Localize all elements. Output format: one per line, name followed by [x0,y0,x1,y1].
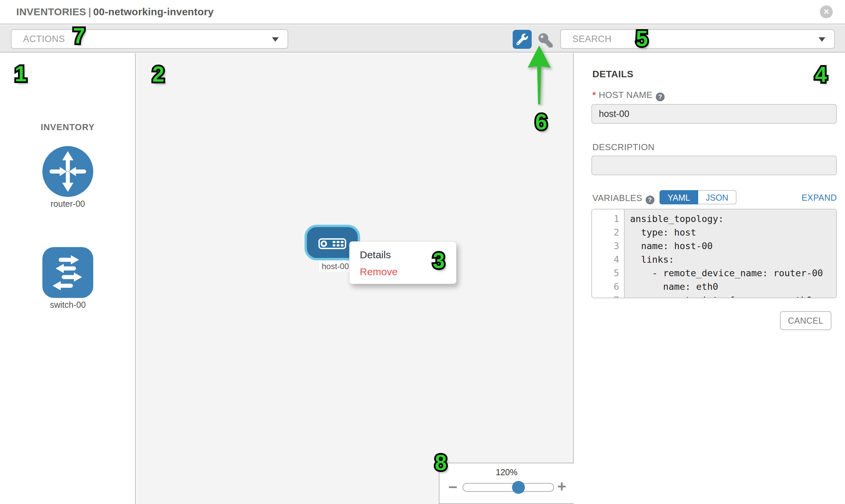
variables-label: VARIABLES? [592,193,654,204]
sidebar-title: INVENTORY [41,122,94,132]
annotation-number-6: 6 [535,109,547,134]
breadcrumb-section: INVENTORIES [16,6,86,17]
zoom-control-panel: 120% − + [439,463,574,504]
variables-format-toggle: YAML JSON [659,190,737,204]
zoom-slider-thumb[interactable] [512,481,525,494]
annotation-number-8: 8 [435,450,447,475]
editor-line-numbers: 1 2 3 4 5 6 7 [592,210,624,298]
cancel-button[interactable]: CANCEL [780,311,831,330]
actions-dropdown[interactable]: ACTIONS [11,29,288,49]
tab-json[interactable]: JSON [698,190,737,204]
description-field[interactable] [592,156,837,175]
variables-code-editor[interactable]: 1 2 3 4 5 6 7 ansible_topology: type: ho… [592,209,837,298]
host-name-label: *HOST NAME? [592,90,665,101]
page-title: INVENTORIES|00-networking-inventory [16,6,214,18]
host-icon [318,238,346,249]
details-panel-title: DETAILS [592,69,633,80]
annotation-number-4: 4 [815,62,827,87]
palette-item-router-label: router-00 [25,199,110,209]
breadcrumb-separator: | [86,6,93,17]
annotation-number-2: 2 [152,62,164,87]
topology-canvas[interactable]: host-00 Details Remove 120% − + [136,53,574,504]
search-dropdown[interactable]: SEARCH [560,29,835,49]
chevron-down-icon [272,37,279,42]
chevron-down-icon [818,37,825,42]
help-icon[interactable]: ? [646,196,654,204]
editor-code-lines[interactable]: ansible_topology: type: host name: host-… [624,210,836,298]
search-input[interactable]: SEARCH [573,30,612,48]
tab-yaml[interactable]: YAML [659,190,698,204]
toolbar: ACTIONS SEARCH [0,25,845,53]
actions-dropdown-label: ACTIONS [23,30,65,48]
switch-icon [42,247,93,298]
annotation-number-7: 7 [73,23,85,49]
help-icon[interactable]: ? [656,92,665,101]
annotation-number-1: 1 [15,61,27,86]
details-panel: DETAILS *HOST NAME? host-00 DESCRIPTION … [574,53,845,504]
host-name-field[interactable]: host-00 [592,104,837,124]
window-header: INVENTORIES|00-networking-inventory ✕ [0,0,845,24]
palette-item-switch[interactable] [42,247,93,298]
inventory-sidebar: INVENTORY router-00 [0,53,136,504]
annotation-number-3: 3 [433,248,445,273]
zoom-in-button[interactable]: + [557,480,566,493]
zoom-out-button[interactable]: − [448,480,457,494]
inventory-topology-window: INVENTORIES|00-networking-inventory ✕ AC… [0,0,845,504]
annotation-number-5: 5 [636,26,648,51]
description-label: DESCRIPTION [592,142,654,152]
palette-item-switch-label: switch-00 [25,300,110,310]
expand-link[interactable]: EXPAND [802,193,837,203]
zoom-slider-track[interactable] [462,483,554,492]
zoom-level-value: 120% [439,467,574,477]
required-asterisk: * [592,90,596,100]
host-node-label: host-00 [319,261,352,272]
palette-item-router[interactable] [42,146,93,197]
annotation-arrow-up-icon [522,43,556,106]
breadcrumb-inventory-name: 00-networking-inventory [93,6,214,17]
router-icon [42,146,93,197]
close-icon[interactable]: ✕ [820,5,833,18]
